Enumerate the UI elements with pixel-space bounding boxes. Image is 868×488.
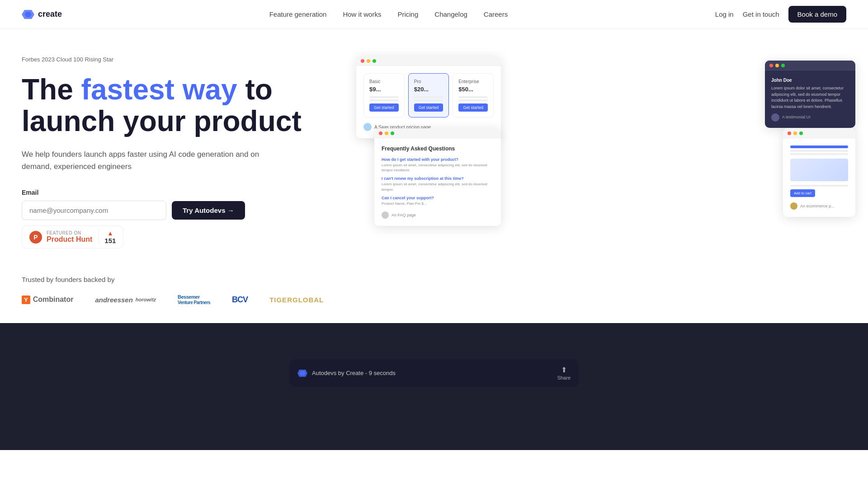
ecomm-btn[interactable]: Add to cart bbox=[790, 189, 815, 197]
tier-pro-name: Pro bbox=[414, 79, 443, 84]
ecomm-product-img bbox=[790, 159, 848, 181]
bessemer-text: BessemerVenture Partners bbox=[178, 294, 210, 305]
dot-yellow-t bbox=[775, 64, 779, 67]
tier-line bbox=[369, 96, 399, 98]
hero-title-highlight: fastest way bbox=[81, 73, 237, 106]
dot-green-t bbox=[781, 64, 785, 67]
tier-ent-line bbox=[458, 96, 488, 98]
dot-green-e bbox=[799, 131, 803, 135]
ph-count: ▲ 151 bbox=[99, 230, 116, 244]
nav-how-it-works[interactable]: How it works bbox=[343, 10, 381, 18]
ecomm-line-3 bbox=[790, 153, 848, 155]
pricing-avatar-circle bbox=[363, 123, 372, 131]
hero-form: Try Autodevs → P FEATURED ON Product Hun… bbox=[22, 201, 329, 249]
login-link[interactable]: Log in bbox=[715, 10, 734, 18]
faq-card-label: An FAQ page bbox=[392, 213, 416, 217]
tiger-text: TIGERGLOBAL bbox=[269, 296, 324, 304]
trusted-logos: Y Combinator andreessen horowitz Besseme… bbox=[22, 294, 329, 305]
ph-featured-label: FEATURED ON bbox=[47, 230, 92, 235]
testimonial-avatar-circle bbox=[771, 113, 779, 122]
dot-red-f bbox=[379, 131, 382, 135]
email-input[interactable] bbox=[22, 201, 166, 220]
product-hunt-text: FEATURED ON Product Hunt bbox=[47, 230, 92, 244]
video-logo-row: Autodevs by Create - 9 seconds bbox=[297, 368, 396, 378]
ecommerce-avatar-circle bbox=[790, 202, 797, 210]
faq-item-2: I can't renew my subscription at this ti… bbox=[382, 176, 494, 192]
dot-red-e bbox=[788, 131, 791, 135]
dot-yellow-e bbox=[793, 131, 797, 135]
faq-title: Frequently Asked Questions bbox=[382, 145, 494, 152]
get-in-touch-link[interactable]: Get in touch bbox=[743, 10, 779, 18]
faq-item-3: Can I cancel your support? Product Name,… bbox=[382, 196, 494, 206]
tier-line-2 bbox=[369, 99, 399, 101]
hero-section: Forbes 2023 Cloud 100 Rising Star The fa… bbox=[0, 29, 868, 323]
nav-right: Log in Get in touch Book a demo bbox=[715, 6, 846, 23]
video-share-button[interactable]: ⬆ Share bbox=[557, 366, 571, 380]
tier-ent-btn[interactable]: Get started bbox=[458, 103, 488, 112]
ecomm-line-2 bbox=[790, 150, 848, 152]
tier-pro-price: $20... bbox=[414, 86, 443, 93]
hero-badge: Forbes 2023 Cloud 100 Rising Star bbox=[22, 56, 329, 63]
ecomm-line-1 bbox=[790, 145, 848, 148]
faq-a-2: Lorem ipsum sit amet, consectetur adipis… bbox=[382, 182, 494, 192]
ecommerce-avatar-row: An ecommerce p... bbox=[790, 202, 848, 210]
a16z-logo: andreessen horowitz bbox=[95, 296, 156, 304]
tier-enterprise-name: Enterprise bbox=[458, 79, 488, 84]
logo-text: create bbox=[38, 9, 62, 19]
nav-links: Feature generation How it works Pricing … bbox=[269, 10, 508, 18]
faq-avatar-row: An FAQ page bbox=[382, 211, 494, 219]
card-header-ecommerce bbox=[783, 128, 855, 138]
testimonial-text: Lorem ipsum dolor sit amet, consectetur … bbox=[771, 85, 849, 110]
yc-box: Y bbox=[22, 296, 30, 304]
tier-basic-price: $9... bbox=[369, 86, 399, 93]
testimonial-label: A testimonial UI bbox=[782, 114, 811, 121]
dot-red bbox=[361, 59, 364, 63]
trusted-title: Trusted by founders backed by bbox=[22, 276, 329, 283]
pricing-tiers: Basic $9... Get started Pro $20... Get s… bbox=[363, 73, 494, 117]
faq-avatar-circle bbox=[382, 211, 389, 219]
card-header-pricing bbox=[356, 56, 501, 66]
nav-changelog[interactable]: Changelog bbox=[434, 10, 467, 18]
logo[interactable]: create bbox=[22, 8, 62, 21]
faq-a-3: Product Name, Plan Pro $… bbox=[382, 201, 494, 206]
tier-pro-btn[interactable]: Get started bbox=[414, 103, 443, 112]
tier-pro-line bbox=[414, 96, 443, 98]
dot-yellow bbox=[367, 59, 370, 63]
faq-a-1: Lorem ipsum sit amet, consectetur adipis… bbox=[382, 163, 494, 173]
faq-q-2: I can't renew my subscription at this ti… bbox=[382, 176, 494, 181]
ph-arrow-icon: ▲ bbox=[107, 230, 113, 237]
dot-green bbox=[373, 59, 376, 63]
nav-pricing[interactable]: Pricing bbox=[397, 10, 418, 18]
ph-name: Product Hunt bbox=[47, 235, 92, 244]
share-icon: ⬆ bbox=[561, 366, 567, 374]
email-label: Email bbox=[22, 189, 329, 196]
ph-number: 151 bbox=[104, 237, 116, 244]
hero-left: Forbes 2023 Cloud 100 Rising Star The fa… bbox=[22, 56, 329, 305]
pricing-tier-basic: Basic $9... Get started bbox=[363, 73, 405, 117]
screenshot-testimonial: John Doe Lorem ipsum dolor sit amet, con… bbox=[765, 61, 855, 128]
video-title: Autodevs by Create - 9 seconds bbox=[312, 370, 396, 376]
navbar: create Feature generation How it works P… bbox=[0, 0, 868, 29]
bcv-text: BCV bbox=[232, 295, 248, 305]
bcv-logo: BCV bbox=[232, 295, 248, 305]
pricing-tier-pro: Pro $20... Get started bbox=[408, 73, 449, 117]
pricing-card-body: Basic $9... Get started Pro $20... Get s… bbox=[356, 66, 501, 138]
product-hunt-badge[interactable]: P FEATURED ON Product Hunt ▲ 151 bbox=[22, 225, 123, 249]
trusted-section: Trusted by founders backed by Y Combinat… bbox=[22, 258, 329, 305]
dot-yellow-f bbox=[385, 131, 388, 135]
screenshot-ecommerce: Add to cart An ecommerce p... bbox=[783, 128, 855, 217]
try-autodevs-button[interactable]: Try Autodevs → bbox=[172, 201, 245, 220]
a16z-sub: horowitz bbox=[136, 297, 156, 302]
book-demo-button[interactable]: Book a demo bbox=[788, 6, 846, 23]
tier-basic-btn[interactable]: Get started bbox=[369, 103, 399, 112]
nav-feature-generation[interactable]: Feature generation bbox=[269, 10, 327, 18]
hero-description: We help founders launch apps faster usin… bbox=[22, 148, 275, 173]
testimonial-name: John Doe bbox=[771, 77, 849, 84]
bessemer-logo: BessemerVenture Partners bbox=[178, 294, 210, 305]
screenshot-pricing: Basic $9... Get started Pro $20... Get s… bbox=[356, 56, 501, 138]
hero-title-before: The bbox=[22, 73, 81, 106]
nav-careers[interactable]: Careers bbox=[484, 10, 508, 18]
card-header-faq bbox=[374, 128, 501, 138]
card-header-testimonial bbox=[765, 61, 855, 70]
faq-item-1: How do I get started with your product? … bbox=[382, 157, 494, 173]
